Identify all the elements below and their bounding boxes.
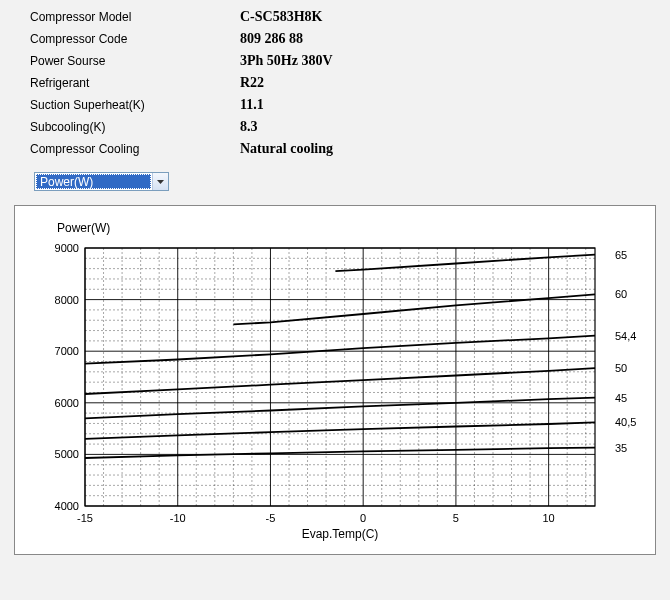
spec-row: Subcooling(K) 8.3 — [30, 116, 670, 138]
spec-label: Refrigerant — [30, 72, 240, 94]
y-tick: 6000 — [55, 397, 79, 409]
x-axis-title: Evap.Temp(C) — [302, 527, 379, 541]
y-axis-title: Power(W) — [57, 221, 110, 235]
spec-table: Compressor Model C-SC583H8K Compressor C… — [0, 0, 670, 160]
spec-value: 809 286 88 — [240, 28, 303, 50]
x-tick: -5 — [266, 512, 276, 524]
series-label: 54,4 — [615, 330, 636, 342]
x-tick: -10 — [170, 512, 186, 524]
spec-row: Compressor Cooling Natural cooling — [30, 138, 670, 160]
chart-metric-select[interactable]: Power(W) — [34, 172, 169, 191]
series-line — [85, 398, 595, 419]
series-line — [85, 422, 595, 439]
series-label: 45 — [615, 392, 627, 404]
spec-row: Refrigerant R22 — [30, 72, 670, 94]
spec-row: Compressor Code 809 286 88 — [30, 28, 670, 50]
spec-label: Subcooling(K) — [30, 116, 240, 138]
spec-value: C-SC583H8K — [240, 6, 322, 28]
series-line — [85, 448, 595, 458]
spec-value: R22 — [240, 72, 264, 94]
chevron-down-icon — [152, 173, 168, 190]
series-label: 65 — [615, 249, 627, 261]
spec-value: 11.1 — [240, 94, 264, 116]
spec-label: Compressor Model — [30, 6, 240, 28]
spec-value: 3Ph 50Hz 380V — [240, 50, 333, 72]
x-tick: -15 — [77, 512, 93, 524]
y-tick: 5000 — [55, 448, 79, 460]
series-label: 50 — [615, 362, 627, 374]
power-chart: Power(W)400050006000700080009000-15-10-5… — [14, 205, 656, 555]
x-tick: 0 — [360, 512, 366, 524]
x-tick: 5 — [453, 512, 459, 524]
series-label: 60 — [615, 288, 627, 300]
series-line — [85, 368, 595, 394]
spec-label: Compressor Code — [30, 28, 240, 50]
spec-label: Suction Superheat(K) — [30, 94, 240, 116]
spec-value: 8.3 — [240, 116, 258, 138]
chart-metric-selected: Power(W) — [36, 174, 151, 189]
spec-label: Compressor Cooling — [30, 138, 240, 160]
spec-row: Compressor Model C-SC583H8K — [30, 6, 670, 28]
spec-row: Suction Superheat(K) 11.1 — [30, 94, 670, 116]
y-tick: 8000 — [55, 294, 79, 306]
series-label: 35 — [615, 442, 627, 454]
spec-row: Power Sourse 3Ph 50Hz 380V — [30, 50, 670, 72]
x-tick: 10 — [543, 512, 555, 524]
spec-value: Natural cooling — [240, 138, 333, 160]
y-tick: 4000 — [55, 500, 79, 512]
y-tick: 9000 — [55, 242, 79, 254]
series-line — [85, 336, 595, 364]
series-line — [233, 294, 595, 324]
svg-rect-54 — [85, 248, 595, 506]
y-tick: 7000 — [55, 345, 79, 357]
spec-label: Power Sourse — [30, 50, 240, 72]
series-label: 40,5 — [615, 416, 636, 428]
